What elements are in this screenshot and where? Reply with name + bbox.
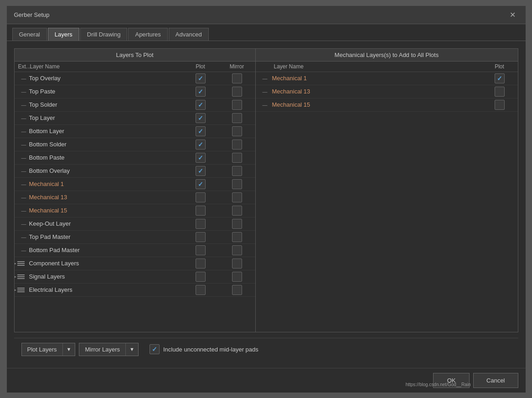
plot-checkbox[interactable]: ✓ xyxy=(196,126,206,136)
layer-dash-icon: — xyxy=(21,181,26,187)
plot-checkbox-cell xyxy=(182,285,219,295)
layer-dash-icon: — xyxy=(21,129,26,134)
mirror-checkbox[interactable] xyxy=(232,87,242,97)
include-checkbox[interactable]: ✓ xyxy=(150,344,160,354)
layer-name: Top Layer xyxy=(28,114,182,121)
tab-drill-drawing[interactable]: Drill Drawing xyxy=(80,28,128,41)
plot-checkbox[interactable] xyxy=(196,219,206,229)
plot-checkbox[interactable]: ✓ xyxy=(196,100,206,110)
left-layer-list[interactable]: — Top Overlay ✓ — Top Paste ✓ — Top Sold… xyxy=(15,72,255,332)
right-panel-header: Mechanical Layers(s) to Add to All Plots xyxy=(256,49,518,62)
r-layer-dash-icon: — xyxy=(263,76,268,81)
r-layer-indent: — xyxy=(256,102,269,108)
left-panel: Layers To Plot Ext... Layer Name Plot Mi… xyxy=(14,48,256,332)
layer-expand-indent[interactable]: ▶ xyxy=(15,273,28,280)
layer-expand-indent[interactable]: ▶ xyxy=(15,260,28,267)
layer-name: Electrical Layers xyxy=(28,286,182,293)
mirror-checkbox[interactable] xyxy=(232,232,242,242)
close-button[interactable]: ✕ xyxy=(507,10,518,20)
mirror-checkbox[interactable] xyxy=(232,140,242,150)
plot-checkbox[interactable]: ✓ xyxy=(196,166,206,176)
tab-layers[interactable]: Layers xyxy=(48,28,79,41)
mirror-checkbox-cell xyxy=(219,232,255,242)
col-plot-label: Plot xyxy=(182,63,219,70)
plot-layers-dropdown[interactable]: ▼ xyxy=(63,343,75,356)
mirror-checkbox[interactable] xyxy=(232,219,242,229)
plot-checkbox[interactable]: ✓ xyxy=(196,87,206,97)
left-col-headers: Ext... Layer Name Plot Mirror xyxy=(15,62,255,72)
mirror-checkbox[interactable] xyxy=(232,206,242,216)
plot-checkbox-cell: ✓ xyxy=(182,179,219,189)
layer-dash-icon: — xyxy=(21,195,26,200)
plot-checkbox[interactable] xyxy=(196,272,206,282)
left-layer-row: ▶ Signal Layers xyxy=(15,270,255,284)
cancel-button[interactable]: Cancel xyxy=(473,373,518,388)
col-mirror-label: Mirror xyxy=(219,63,255,70)
layer-indent: — xyxy=(15,155,28,160)
mirror-checkbox[interactable] xyxy=(232,245,242,255)
mirror-checkbox[interactable] xyxy=(232,179,242,189)
plot-checkbox[interactable]: ✓ xyxy=(196,73,206,83)
mirror-checkbox[interactable] xyxy=(232,126,242,136)
gerber-setup-dialog: Gerber Setup ✕ General Layers Drill Draw… xyxy=(6,5,526,393)
right-layer-row: — Mechanical 1 ✓ xyxy=(256,72,518,85)
tab-apertures[interactable]: Apertures xyxy=(128,28,167,41)
plot-checkbox[interactable] xyxy=(196,206,206,216)
mirror-checkbox[interactable] xyxy=(232,285,242,295)
layer-name: Component Layers xyxy=(28,260,182,267)
group-icon xyxy=(17,288,25,292)
mirror-checkbox[interactable] xyxy=(232,272,242,282)
layer-indent: — xyxy=(15,195,28,200)
tab-general[interactable]: General xyxy=(12,28,47,41)
plot-checkbox-cell: ✓ xyxy=(182,87,219,97)
plot-layers-button[interactable]: Plot Layers xyxy=(22,343,63,356)
plot-checkbox[interactable]: ✓ xyxy=(196,140,206,150)
plot-checkbox[interactable] xyxy=(196,232,206,242)
r-plot-checkbox[interactable]: ✓ xyxy=(495,73,505,83)
plot-checkbox[interactable] xyxy=(196,192,206,202)
col-ext-label: Ext... xyxy=(15,63,28,70)
mirror-checkbox[interactable] xyxy=(232,153,242,163)
mirror-checkbox[interactable] xyxy=(232,192,242,202)
mirror-layers-dropdown[interactable]: ▼ xyxy=(126,343,138,356)
mirror-layers-split-btn: Mirror Layers ▼ xyxy=(79,343,138,356)
line2 xyxy=(17,276,25,277)
layer-dash-icon: — xyxy=(21,76,26,81)
layer-name: Top Pad Master xyxy=(28,233,182,240)
plot-checkbox[interactable]: ✓ xyxy=(196,113,206,123)
r-layer-name: Mechanical 13 xyxy=(269,88,481,95)
mirror-checkbox[interactable] xyxy=(232,73,242,83)
mirror-checkbox-cell xyxy=(219,258,255,269)
col-layername-label: Layer Name xyxy=(28,63,182,70)
plot-checkbox-cell xyxy=(182,219,219,229)
plot-checkbox[interactable] xyxy=(196,245,206,255)
plot-checkbox-cell xyxy=(182,206,219,216)
mirror-checkbox[interactable] xyxy=(232,258,242,269)
layer-name: Bottom Overlay xyxy=(28,167,182,174)
right-layer-list: — Mechanical 1 ✓ — Mechanical 13 — Mecha… xyxy=(256,72,518,332)
left-layer-row: — Bottom Overlay ✓ xyxy=(15,165,255,178)
layer-dash-icon: — xyxy=(21,234,26,240)
layer-name: Bottom Pad Master xyxy=(28,247,182,253)
plot-checkbox[interactable] xyxy=(196,285,206,295)
left-layer-row: — Bottom Paste ✓ xyxy=(15,151,255,165)
mirror-layers-button[interactable]: Mirror Layers xyxy=(79,343,126,356)
r-layer-indent: — xyxy=(256,89,269,94)
mirror-checkbox[interactable] xyxy=(232,100,242,110)
left-layer-row: — Top Paste ✓ xyxy=(15,85,255,98)
layer-indent: — xyxy=(15,248,28,253)
mirror-checkbox[interactable] xyxy=(232,113,242,123)
tab-advanced[interactable]: Advanced xyxy=(169,28,209,41)
r-plot-checkbox[interactable] xyxy=(495,100,505,110)
mirror-checkbox[interactable] xyxy=(232,166,242,176)
mirror-checkbox-cell xyxy=(219,272,255,282)
r-layer-name: Mechanical 1 xyxy=(269,75,481,82)
layer-name: Mechanical 13 xyxy=(28,194,182,201)
r-plot-checkbox[interactable] xyxy=(495,87,505,97)
layer-dash-icon: — xyxy=(21,89,26,94)
layer-expand-indent[interactable]: ▶ xyxy=(15,286,28,293)
plot-checkbox[interactable]: ✓ xyxy=(196,153,206,163)
plot-checkbox[interactable] xyxy=(196,258,206,269)
mirror-checkbox-cell xyxy=(219,140,255,150)
plot-checkbox[interactable]: ✓ xyxy=(196,179,206,189)
